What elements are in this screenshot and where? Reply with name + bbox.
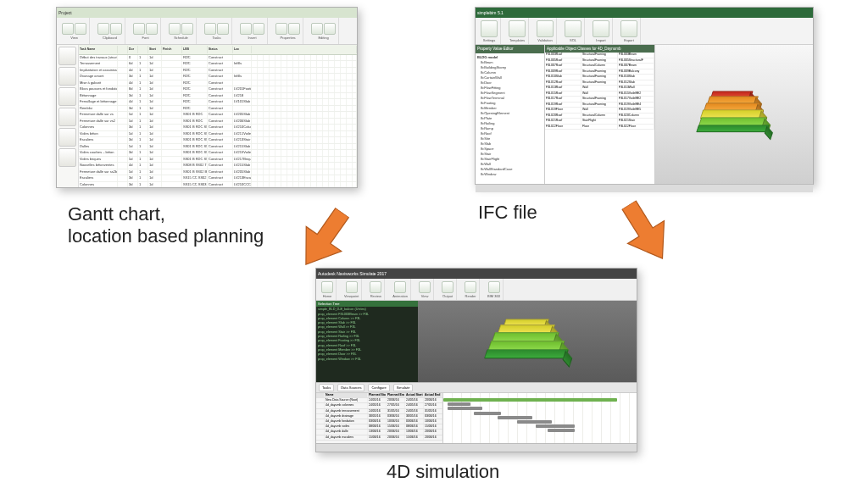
ribbon-button[interactable] (321, 281, 333, 293)
ribbon-button[interactable] (133, 23, 145, 35)
ribbon-button[interactable] (288, 23, 300, 35)
ribbon-button[interactable] (442, 281, 453, 293)
ribbon-button[interactable] (620, 20, 637, 37)
table-row[interactable]: Colonnes3d11dSS15 CC SS03 TConstructLV21… (79, 182, 357, 188)
column-header[interactable]: Dur (128, 46, 138, 53)
ribbon-button[interactable] (169, 23, 181, 35)
tree-item[interactable]: prop_element Window >> F3L (318, 358, 416, 362)
column-header[interactable]: Finish (162, 46, 182, 53)
column-header[interactable]: Actual End (424, 393, 442, 397)
ribbon-button[interactable] (97, 23, 109, 35)
table-row[interactable]: Voiles courbes – béton3d11dSS01 B RDC SS… (79, 150, 357, 157)
column-header[interactable] (252, 46, 357, 53)
table-row[interactable]: Colonnes3d11dSS01 B RDC SS02 TConstructL… (79, 125, 357, 131)
gantt-bar[interactable] (498, 416, 532, 419)
ribbon-tab-label[interactable]: Review (370, 294, 381, 298)
column-header[interactable]: LBS (182, 46, 208, 53)
ribbon-button[interactable] (110, 23, 122, 35)
gantt-bar[interactable] (548, 429, 575, 432)
ribbon-button[interactable] (465, 281, 476, 293)
ribbon-button[interactable] (481, 20, 498, 37)
table-row[interactable]: Fermeture dalle sur ss2b5d11dSS01 B SS02… (79, 169, 357, 176)
ribbon-button[interactable] (394, 281, 406, 293)
table-row[interactable]: Escaliers3d11dSS15 CC SS02 TConstructLV2… (79, 175, 357, 182)
ribbon-button[interactable] (75, 23, 86, 35)
column-header[interactable]: Status (208, 46, 233, 53)
table-row[interactable]: Terrassement6d11dRDCConstructInfills (79, 61, 357, 68)
table-row[interactable]: Fermeture dalle sur vs5d11dSS01 B RDCCon… (79, 112, 357, 119)
ribbon-button[interactable] (565, 20, 581, 37)
table-row[interactable]: Blocs pousses et fondation8d11dRDCConstr… (79, 86, 357, 93)
gantt-bar[interactable] (474, 412, 501, 415)
ribbon-tab-label[interactable]: Animation (392, 294, 408, 298)
ribbon-button[interactable] (419, 281, 431, 293)
view-gantt-button[interactable] (58, 47, 76, 65)
ribbon-button[interactable] (204, 23, 216, 35)
ribbon-button[interactable] (275, 23, 287, 35)
ribbon-button[interactable] (253, 23, 264, 35)
tab[interactable]: Tasks (319, 384, 334, 391)
column-header[interactable]: Start (148, 46, 162, 53)
column-header[interactable]: Planned Start (368, 393, 387, 397)
ribbon-button[interactable] (62, 23, 74, 35)
gantt-bar[interactable] (448, 407, 482, 410)
table-row[interactable]: Mise à gabarit4d11dRDCConstruct (79, 80, 357, 87)
ribbon-tab-label[interactable]: Home (323, 294, 332, 298)
ifc-3d-viewport[interactable] (655, 45, 813, 184)
ribbon-button[interactable] (488, 281, 500, 293)
table-row[interactable]: Ferraillage et bétonnage dalle fosse asc… (79, 99, 357, 106)
table-row[interactable]: Bétonnage3d11dRDCConstructLV218 (79, 93, 357, 100)
table-row[interactable]: 4d_dayumb escaliers15/06/1620/06/1615/06… (316, 435, 442, 441)
table-row[interactable]: Escaliers3d11dSS01 B RDC SS02 TConstruct… (79, 137, 357, 144)
gantt-bar[interactable] (443, 398, 617, 402)
tab[interactable]: Simulate (393, 384, 414, 391)
column-header[interactable]: Planned End (387, 393, 405, 397)
ribbon-button[interactable] (146, 23, 158, 35)
table-row[interactable]: Nouvelles bétonventes4d11dSS08 B SS02 TC… (79, 163, 357, 169)
gantt-bar[interactable] (536, 424, 575, 428)
tree-item[interactable]: IfcWindow (477, 172, 542, 177)
ribbon-tab-label[interactable]: Output (442, 294, 453, 298)
view-network-button[interactable] (58, 67, 76, 86)
ribbon-tab-label[interactable]: BIM 360 (487, 294, 500, 298)
column-header[interactable] (118, 46, 128, 53)
table-row[interactable]: Début des travaux (structure)011dRDCCons… (79, 55, 357, 62)
ribbon-button[interactable] (311, 23, 323, 35)
gantt-bar[interactable] (517, 420, 552, 424)
ribbon-button[interactable] (370, 281, 381, 293)
view-calendar-button[interactable] (58, 87, 76, 106)
ribbon-button[interactable] (181, 23, 193, 35)
ribbon-button[interactable] (324, 23, 336, 35)
table-row[interactable]: Dalles5d11dSS01 B RDC SS02 TConstructLV2… (79, 144, 357, 151)
column-header[interactable] (138, 46, 148, 53)
table-row[interactable]: Voiles briques5d11dSS01 B RDC SS02 TCons… (79, 157, 357, 164)
table-row[interactable]: F3L022FloorFloorF3L022Floor (545, 125, 654, 130)
ribbon-button[interactable] (217, 23, 229, 35)
view-task-button[interactable] (58, 128, 76, 147)
ribbon-tab-label[interactable]: View (421, 294, 429, 298)
ribbon-tab-label[interactable]: Viewpoint (344, 294, 359, 298)
view-report-button[interactable] (58, 148, 76, 167)
gantt-bar[interactable] (448, 402, 470, 406)
table-row[interactable]: Drainage amont3d11dRDCConstructInfills (79, 74, 357, 80)
sim-3d-viewport[interactable] (418, 301, 637, 382)
table-row[interactable]: Remblai3d11dRDCConstruct (79, 106, 357, 113)
table-row[interactable]: Fermeture dalle sur vs25d11dSS01 B RDCCo… (79, 119, 357, 125)
column-header[interactable] (316, 393, 325, 397)
ribbon-button[interactable] (240, 23, 252, 35)
ribbon-tab-label[interactable]: Render (465, 294, 476, 298)
ribbon-button[interactable] (537, 20, 554, 37)
column-header[interactable]: Task Name (79, 46, 118, 53)
view-resource-button[interactable] (58, 108, 76, 126)
column-header[interactable]: Name (325, 393, 368, 397)
ribbon-button[interactable] (509, 20, 526, 37)
column-header[interactable]: Actual Start (405, 393, 424, 397)
cell: 5d (128, 157, 138, 163)
tab[interactable]: Data Sources (337, 384, 364, 391)
ribbon-button[interactable] (346, 281, 358, 293)
tab[interactable]: Configure (368, 384, 389, 391)
ribbon-button[interactable] (593, 20, 609, 37)
column-header[interactable]: Loc (233, 46, 252, 53)
table-row[interactable]: Implantation et assainissement4d11dRDCCo… (79, 68, 357, 75)
table-row[interactable]: Voiles béton5d11dSS01 B RDC SS02 TConstr… (79, 131, 357, 138)
